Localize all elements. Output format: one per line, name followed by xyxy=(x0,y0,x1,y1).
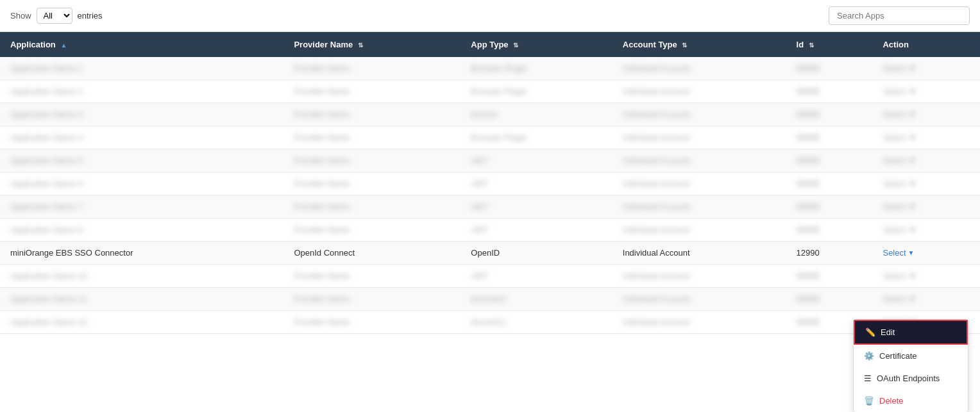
cell-application: Application Name 6 xyxy=(0,172,283,195)
cell-accounttype: Individual Account xyxy=(612,288,786,311)
cell-action: Select ▼ xyxy=(872,288,980,311)
cell-provider: Provider Name xyxy=(283,103,460,126)
cell-action: Select ▼ xyxy=(872,265,980,288)
cell-accounttype: Individual Account xyxy=(612,149,786,172)
cell-id: 99999 xyxy=(786,288,873,311)
table-row: Application Name 2Provider NameBrowser P… xyxy=(0,80,980,103)
cell-apptype: JWT xyxy=(460,218,612,242)
cell-action: Select ▼ xyxy=(872,126,980,149)
select-button-blurred: Select ▼ xyxy=(883,225,917,235)
cell-id: 99999 xyxy=(786,126,873,149)
select-button-blurred: Select ▼ xyxy=(883,63,917,73)
cell-apptype: Browser Plugin xyxy=(460,80,612,103)
cell-accounttype: Individual Account xyxy=(612,242,786,265)
table-row: Application Name 11Provider Nameblurred1… xyxy=(0,288,980,311)
cell-provider: OpenId Connect xyxy=(283,242,460,265)
col-provider-name[interactable]: Provider Name ⇅ xyxy=(283,32,460,57)
table-row: Application Name 1Provider NameBrowser P… xyxy=(0,57,980,80)
cell-action: Select ▼ xyxy=(872,149,980,172)
search-input[interactable] xyxy=(829,6,970,25)
table-row: Application Name 6Provider NameJWTIndivi… xyxy=(0,172,980,195)
cell-provider: Provider Name xyxy=(283,80,460,103)
sort-icon-application: ▲ xyxy=(60,42,67,49)
cell-accounttype: Individual Account xyxy=(612,311,786,334)
cell-accounttype: Individual Account xyxy=(612,126,786,149)
cell-id: 12990 xyxy=(786,242,873,265)
table-row: Application Name 12Provider Nameblurred1… xyxy=(0,311,980,334)
cell-apptype: Browser Plugin xyxy=(460,57,612,80)
entries-label: entries xyxy=(78,11,103,21)
cell-provider: Provider Name xyxy=(283,218,460,242)
cell-id: 99999 xyxy=(786,149,873,172)
cell-application: Application Name 1 xyxy=(0,57,283,80)
table-row: miniOrange EBS SSO ConnectorOpenId Conne… xyxy=(0,242,980,265)
sort-icon-provider: ⇅ xyxy=(358,42,363,49)
table-row: Application Name 7Provider NameJWTIndivi… xyxy=(0,195,980,218)
col-application[interactable]: Application ▲ xyxy=(0,32,283,57)
cell-apptype: blurred xyxy=(460,103,612,126)
top-bar: Show All 10 25 50 100 entries xyxy=(0,0,980,32)
cell-apptype: JWT xyxy=(460,172,612,195)
cell-apptype: blurred11 xyxy=(460,311,612,334)
cell-apptype: Browser Plugin xyxy=(460,126,612,149)
cell-apptype: JWT xyxy=(460,265,612,288)
cell-application: Application Name 2 xyxy=(0,80,283,103)
cell-id: 99999 xyxy=(786,218,873,242)
cell-accounttype: Individual Account xyxy=(612,80,786,103)
col-account-type[interactable]: Account Type ⇅ xyxy=(612,32,786,57)
cell-application: Application Name 10 xyxy=(0,265,283,288)
cell-id: 99999 xyxy=(786,57,873,80)
cell-provider: Provider Name xyxy=(283,149,460,172)
cell-application: Application Name 4 xyxy=(0,126,283,149)
cell-id: 99999 xyxy=(786,103,873,126)
cell-action: Select ▼ xyxy=(872,103,980,126)
cell-application: Application Name 5 xyxy=(0,149,283,172)
cell-provider: Provider Name xyxy=(283,172,460,195)
edit-label: Edit xyxy=(881,327,895,334)
select-button-blurred: Select ▼ xyxy=(883,156,917,165)
sort-icon-apptype: ⇅ xyxy=(513,42,518,49)
select-button-blurred: Select ▼ xyxy=(883,87,917,96)
cell-provider: Provider Name xyxy=(283,126,460,149)
cell-application: miniOrange EBS SSO Connector xyxy=(0,242,283,265)
cell-action: Select ▼ xyxy=(872,195,980,218)
entries-select[interactable]: All 10 25 50 100 xyxy=(37,8,72,24)
table-row: Application Name 8Provider NameJWTIndivi… xyxy=(0,218,980,242)
cell-apptype: JWT xyxy=(460,195,612,218)
cell-action: Select ▼ xyxy=(872,218,980,242)
cell-accounttype: Individual Account xyxy=(612,218,786,242)
cell-application: Application Name 11 xyxy=(0,288,283,311)
col-action: Action xyxy=(872,32,980,57)
menu-item-edit[interactable]: ✏️ Edit xyxy=(854,320,968,334)
cell-application: Application Name 3 xyxy=(0,103,283,126)
select-button-blurred: Select ▼ xyxy=(883,110,917,119)
cell-apptype: OpenID xyxy=(460,242,612,265)
table-header-row: Application ▲ Provider Name ⇅ App Type ⇅… xyxy=(0,32,980,57)
table-row: Application Name 5Provider NameJWTIndivi… xyxy=(0,149,980,172)
select-button[interactable]: Select ▼ xyxy=(883,248,914,258)
chevron-down-icon: ▼ xyxy=(908,249,915,256)
col-app-type[interactable]: App Type ⇅ xyxy=(460,32,612,57)
table-row: Application Name 10Provider NameJWTIndiv… xyxy=(0,265,980,288)
apps-table: Application ▲ Provider Name ⇅ App Type ⇅… xyxy=(0,32,980,334)
cell-application: Application Name 8 xyxy=(0,218,283,242)
cell-provider: Provider Name xyxy=(283,57,460,80)
context-menu: ✏️ Edit ⚙️ Certificate ☰ OAuth Endpoints… xyxy=(853,319,968,334)
cell-provider: Provider Name xyxy=(283,265,460,288)
cell-provider: Provider Name xyxy=(283,311,460,334)
pencil-icon: ✏️ xyxy=(865,327,875,334)
select-button-blurred: Select ▼ xyxy=(883,202,917,211)
cell-id: 99999 xyxy=(786,195,873,218)
table-row: Application Name 4Provider NameBrowser P… xyxy=(0,126,980,149)
cell-id: 99999 xyxy=(786,172,873,195)
cell-id: 99999 xyxy=(786,80,873,103)
cell-provider: Provider Name xyxy=(283,288,460,311)
cell-action: Select ▼ xyxy=(872,80,980,103)
show-entries-container: Show All 10 25 50 100 entries xyxy=(10,8,103,24)
cell-accounttype: Individual Account xyxy=(612,265,786,288)
cell-accounttype: Individual Account xyxy=(612,103,786,126)
select-button-blurred: Select ▼ xyxy=(883,271,917,281)
sort-icon-id: ⇅ xyxy=(809,42,814,49)
col-id[interactable]: Id ⇅ xyxy=(786,32,873,57)
cell-id: 99999 xyxy=(786,265,873,288)
